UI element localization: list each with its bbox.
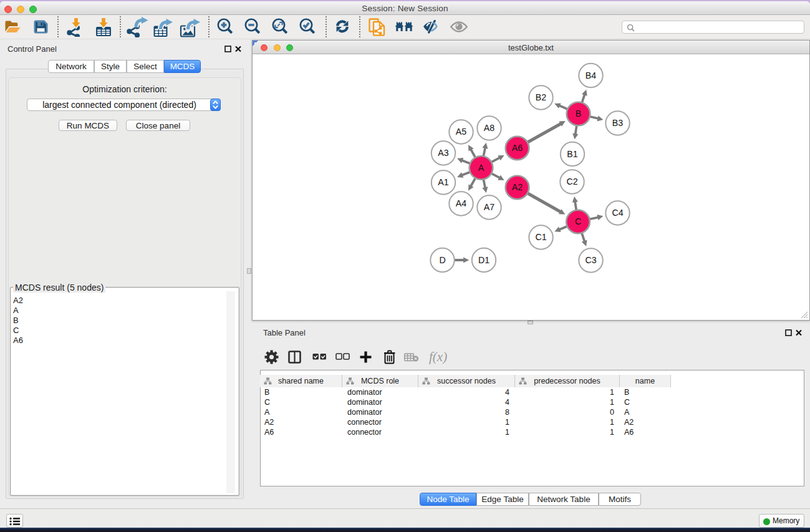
svg-text:C3: C3 <box>585 255 596 265</box>
svg-text:C4: C4 <box>612 208 623 218</box>
svg-text:D: D <box>439 255 445 265</box>
svg-text:A3: A3 <box>438 148 448 158</box>
svg-text:A2: A2 <box>512 182 523 192</box>
svg-text:B: B <box>576 109 581 118</box>
svg-text:A8: A8 <box>484 123 494 133</box>
svg-text:C: C <box>575 216 581 226</box>
svg-text:C2: C2 <box>566 177 577 186</box>
svg-text:B1: B1 <box>567 149 577 159</box>
svg-text:B3: B3 <box>612 118 623 128</box>
svg-text:C1: C1 <box>535 232 546 242</box>
svg-text:D1: D1 <box>478 255 489 265</box>
svg-text:B2: B2 <box>536 92 546 102</box>
svg-text:B4: B4 <box>586 70 596 80</box>
svg-text:A1: A1 <box>438 177 448 187</box>
svg-text:A4: A4 <box>456 198 466 208</box>
svg-text:A7: A7 <box>484 202 494 212</box>
svg-text:A6: A6 <box>512 143 523 153</box>
svg-text:A: A <box>478 163 485 173</box>
svg-text:A5: A5 <box>456 127 466 137</box>
